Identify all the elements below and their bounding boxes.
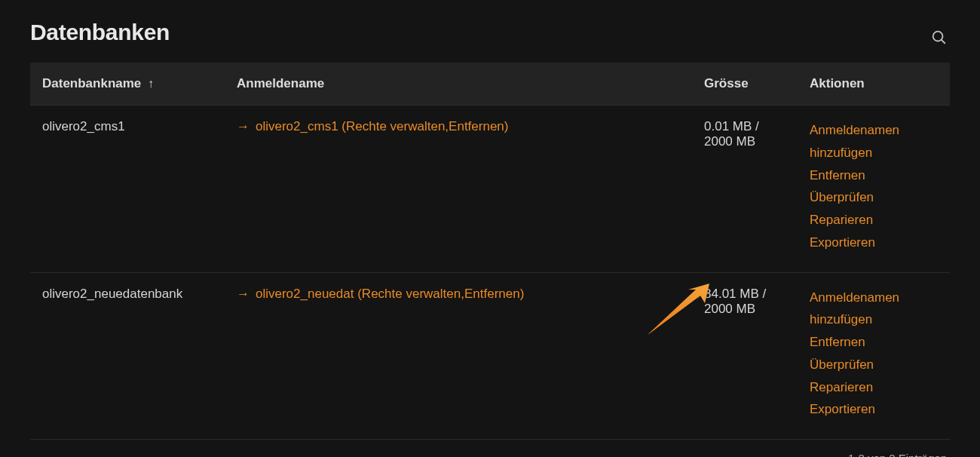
page-header: Datenbanken: [30, 14, 950, 51]
action-export[interactable]: Exportieren: [810, 232, 939, 254]
paren: ): [504, 119, 509, 133]
remove-login-link[interactable]: Entfernen: [449, 119, 504, 133]
size-limit: 2000 MB: [704, 134, 755, 149]
size-used: 84.01 MB: [704, 287, 759, 301]
remove-login-link[interactable]: Entfernen: [464, 287, 520, 301]
pagination-text: 1-2 von 2 Einträgen: [30, 440, 950, 457]
db-login-cell: →olivero2_cms1 (Rechte verwalten,Entfern…: [226, 106, 694, 273]
page-title: Datenbanken: [30, 20, 170, 45]
login-link[interactable]: olivero2_neuedat: [256, 287, 354, 301]
action-check[interactable]: Überprüfen: [810, 354, 939, 376]
table-row: olivero2_cms1 →olivero2_cms1 (Rechte ver…: [30, 106, 950, 273]
table-row: olivero2_neuedatenbank →olivero2_neuedat…: [30, 272, 950, 440]
action-add-login[interactable]: Anmeldenamen hinzufügen: [810, 119, 939, 164]
column-header-name-label: Datenbankname: [42, 76, 141, 90]
login-link[interactable]: olivero2_cms1: [256, 119, 338, 133]
db-size: 0.01 MB / 2000 MB: [694, 106, 799, 273]
db-login-cell: →olivero2_neuedat (Rechte verwalten,Entf…: [226, 272, 694, 440]
action-export[interactable]: Exportieren: [810, 398, 939, 421]
action-repair[interactable]: Reparieren: [810, 209, 939, 232]
databases-table: Datenbankname ↑ Anmeldename Grösse Aktio…: [30, 63, 950, 440]
action-repair[interactable]: Reparieren: [810, 376, 939, 399]
size-used: 0.01 MB: [704, 119, 752, 133]
column-header-actions: Aktionen: [799, 63, 950, 106]
size-sep: /: [759, 287, 766, 301]
db-size: 84.01 MB / 2000 MB: [694, 272, 799, 440]
manage-rights-link[interactable]: Rechte verwalten: [362, 287, 461, 301]
action-add-login[interactable]: Anmeldenamen hinzufügen: [810, 287, 939, 332]
db-actions: Anmeldenamen hinzufügen Entfernen Überpr…: [799, 272, 950, 440]
svg-line-1: [942, 40, 945, 43]
action-remove[interactable]: Entfernen: [810, 164, 939, 187]
column-header-size[interactable]: Grösse: [694, 63, 799, 106]
paren: ): [520, 287, 525, 301]
db-name: olivero2_neuedatenbank: [30, 272, 226, 440]
sort-asc-icon: ↑: [148, 77, 154, 90]
action-remove[interactable]: Entfernen: [810, 331, 939, 354]
column-header-name[interactable]: Datenbankname ↑: [30, 63, 226, 106]
search-button[interactable]: [927, 26, 950, 51]
size-limit: 2000 MB: [704, 302, 755, 316]
action-check[interactable]: Überprüfen: [810, 186, 939, 209]
column-header-login[interactable]: Anmeldename: [226, 63, 694, 106]
db-actions: Anmeldenamen hinzufügen Entfernen Überpr…: [799, 106, 950, 273]
db-name: olivero2_cms1: [30, 106, 226, 273]
arrow-right-icon: →: [237, 287, 250, 302]
size-sep: /: [752, 119, 758, 133]
search-icon: [930, 29, 947, 45]
arrow-right-icon: →: [237, 119, 250, 134]
manage-rights-link[interactable]: Rechte verwalten: [346, 119, 445, 133]
